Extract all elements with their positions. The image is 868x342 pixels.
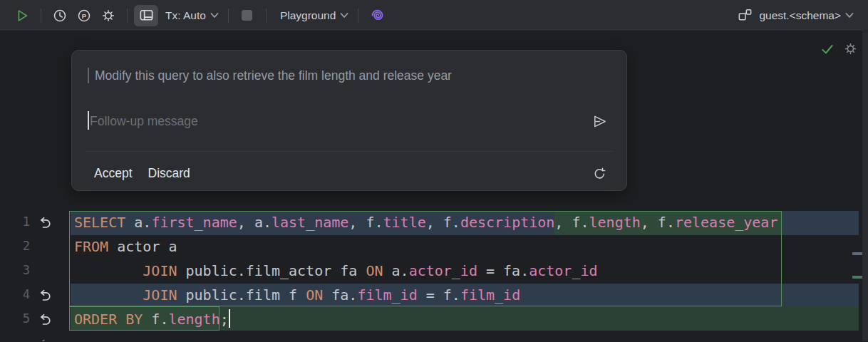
chevron-down-icon[interactable] [340, 12, 348, 19]
code-token: SELECT [74, 214, 125, 231]
inspections-widget[interactable] [820, 41, 858, 56]
prompt-quote-bar [88, 68, 89, 83]
code-token: actor a [108, 238, 177, 255]
text-caret [229, 309, 230, 328]
code-token [74, 286, 143, 304]
revert-line-button[interactable] [36, 336, 54, 341]
code-token: , f. [348, 214, 383, 231]
session-selector[interactable]: guest.<schema> [737, 7, 857, 24]
ai-prompt-panel: Modify this query to also retrieve the f… [71, 50, 627, 191]
stripe-mark-added [852, 276, 862, 279]
code-line-3[interactable]: JOIN public.film_actor fa ON a.actor_id … [74, 259, 598, 284]
code-token: JOIN [143, 286, 177, 304]
stripe-mark-changed [852, 252, 862, 255]
schema-label: guest.<schema> [759, 9, 841, 22]
code-token: film_id [357, 286, 417, 304]
editor-layout-toggle[interactable] [134, 5, 158, 26]
toolbar-separator [266, 9, 267, 23]
chevron-down-icon[interactable] [210, 12, 219, 19]
send-icon [591, 113, 608, 130]
schema-icon [737, 7, 753, 24]
toolbar-separator [228, 9, 229, 23]
code-token: ORDER BY [74, 311, 143, 328]
followup-input-row [88, 111, 611, 131]
code-token: FROM [74, 238, 108, 255]
circled-p-icon: P [76, 8, 92, 24]
panel-layout-icon [138, 7, 155, 24]
code-token: , a. [237, 214, 272, 231]
code-token: f. [143, 311, 168, 328]
code-token: ON [366, 262, 383, 279]
code-token: actor_id [529, 262, 597, 279]
stop-icon [242, 10, 252, 21]
code-line-2[interactable]: FROM actor a [74, 235, 177, 259]
toolbar-separator [358, 9, 358, 23]
editor-scroll-stripe[interactable] [862, 31, 868, 341]
input-caret [88, 111, 89, 130]
code-token: fa. [323, 286, 357, 304]
stop-button[interactable] [235, 5, 259, 26]
code-token: , f. [426, 214, 460, 231]
code-token: length [168, 311, 219, 328]
main-toolbar: P Tx: Auto Playground [0, 0, 868, 31]
code-token: film_id [460, 286, 520, 304]
code-line-4[interactable]: JOIN public.film f ON fa.film_id = f.fil… [74, 284, 520, 308]
send-button[interactable] [589, 111, 609, 131]
code-token: = f. [418, 286, 460, 304]
no-problems-check-icon[interactable] [820, 42, 835, 56]
code-line-5[interactable]: ORDER BY f.length; [74, 308, 229, 332]
regenerate-button[interactable] [590, 165, 609, 183]
code-token: title [383, 214, 426, 231]
toolbar-separator [41, 9, 41, 23]
code-token: release_year [675, 214, 778, 231]
followup-message-input[interactable] [90, 111, 546, 131]
run-button[interactable] [10, 5, 34, 26]
code-token: description [460, 214, 554, 231]
svg-text:P: P [82, 11, 87, 19]
discard-button[interactable]: Discard [148, 166, 190, 181]
gear-icon [100, 8, 116, 24]
code-token: length [589, 214, 641, 231]
panel-footer: Accept Discard [94, 166, 611, 181]
code-token: = fa. [477, 262, 529, 279]
settings-button[interactable] [96, 5, 120, 26]
previous-prompt-text: Modify this query to also retrieve the f… [95, 68, 452, 83]
code-token: a. [383, 262, 409, 279]
toolbar-separator [127, 9, 128, 23]
refresh-icon [591, 166, 607, 182]
clock-icon [52, 8, 68, 24]
chevron-down-icon [845, 12, 854, 19]
ai-spiral-icon [370, 8, 385, 23]
previous-prompt-row: Modify this query to also retrieve the f… [88, 68, 452, 83]
code-token: public.film f [177, 286, 306, 304]
ai-assistant-button[interactable] [365, 5, 389, 26]
playground-selector[interactable]: Playground [280, 9, 336, 22]
play-icon [14, 8, 30, 24]
code-token: first_name [151, 214, 237, 231]
panel-divider [86, 151, 612, 152]
code-token: , f. [641, 214, 675, 231]
code-line-1[interactable]: SELECT a.first_name, a.last_name, f.titl… [74, 211, 777, 235]
tx-mode-label[interactable]: Tx: Auto [165, 9, 206, 22]
history-button[interactable] [48, 5, 72, 26]
code-token [74, 262, 143, 279]
inspection-settings-gear-icon[interactable] [843, 41, 858, 56]
code-token: a. [125, 214, 151, 231]
code-token: public.film_actor fa [177, 262, 366, 279]
code-token: ON [306, 286, 323, 304]
accept-button[interactable]: Accept [94, 166, 133, 181]
code-token: , f. [554, 214, 589, 231]
code-token: actor_id [409, 262, 477, 279]
parameters-button[interactable]: P [72, 5, 96, 26]
sql-editor[interactable]: 1 234 5 SELECT a.first_name, a.last_name… [0, 31, 868, 341]
code-token: JOIN [143, 262, 177, 279]
code-token: last_name [272, 214, 348, 231]
code-token: ; [220, 311, 229, 328]
